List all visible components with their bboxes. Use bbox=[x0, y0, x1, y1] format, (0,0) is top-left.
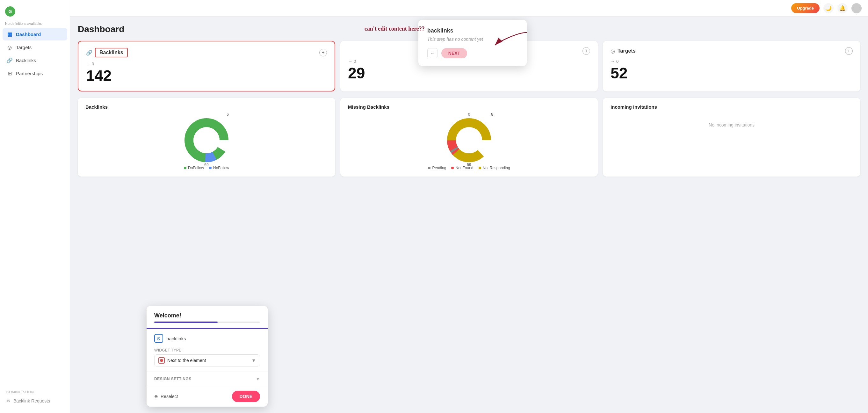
nofollow-dot bbox=[209, 167, 212, 169]
backlinks-donut-container: 6 69 DoFollow NoFollow bbox=[85, 115, 328, 170]
reselect-label: Reselect bbox=[161, 394, 178, 399]
reselect-button[interactable]: ⊕ Reselect bbox=[154, 394, 178, 399]
backlinks-chart-title: Backlinks bbox=[85, 104, 328, 109]
targets-stat-title: Targets bbox=[618, 48, 636, 54]
partnerships-icon: ⊞ bbox=[6, 70, 13, 76]
backlinks-chart-card: Backlinks 6 69 bbox=[78, 98, 335, 177]
incoming-invitations-card: Incoming Invitations No incoming invitat… bbox=[603, 98, 860, 177]
done-button[interactable]: DONE bbox=[232, 391, 260, 402]
widget-config-icon: ⊙ bbox=[154, 334, 163, 343]
sidebar-item-backlinks[interactable]: 🔗 Backlinks bbox=[3, 54, 67, 67]
legend-not-responding: Not Responding bbox=[478, 166, 510, 170]
legend-pending: Pending bbox=[428, 166, 446, 170]
change-value-2: 0 bbox=[354, 59, 356, 64]
missing-backlinks-chart-card: Missing Backlinks 0 bbox=[340, 98, 598, 177]
backlinks-number: 142 bbox=[86, 68, 327, 85]
widget-type-label: Widget type bbox=[154, 348, 260, 352]
backlinks-change: → 0 bbox=[86, 61, 327, 66]
legend-dofollow: DoFollow bbox=[184, 166, 204, 170]
widget-name-row: ⊙ backlinks bbox=[154, 334, 260, 343]
add-stat2-button[interactable]: + bbox=[583, 47, 590, 55]
link-icon: 🔗 bbox=[86, 50, 92, 56]
widget-type-text: Next to the element bbox=[167, 358, 206, 363]
widget-type-select[interactable]: Next to the element ▼ bbox=[154, 354, 260, 367]
tooltip-nav: ← NEXT bbox=[427, 48, 518, 58]
widget-type-icon bbox=[158, 357, 165, 363]
tooltip-next-button[interactable]: NEXT bbox=[441, 48, 467, 58]
targets-stat-icon: ◎ bbox=[611, 48, 615, 54]
change-arrow: → bbox=[86, 61, 91, 66]
incoming-invitations-title: Incoming Invitations bbox=[611, 104, 853, 109]
change-arrow-3: → bbox=[611, 59, 615, 64]
not-found-dot bbox=[451, 167, 454, 169]
backlink-requests-icon: ✉ bbox=[6, 398, 10, 404]
sidebar-item-label: Dashboard bbox=[16, 32, 41, 37]
welcome-progress-fill bbox=[154, 322, 218, 323]
sidebar-item-dashboard[interactable]: ▦ Dashboard bbox=[3, 28, 67, 40]
nofollow-label: NoFollow bbox=[213, 166, 229, 170]
sidebar-item-partnerships[interactable]: ⊞ Partnerships bbox=[3, 67, 67, 80]
missing-donut-container: 0 8 59 Pending Not Found bbox=[348, 115, 590, 170]
change-arrow-2: → bbox=[348, 59, 352, 64]
logo-icon: G bbox=[5, 6, 15, 17]
targets-change: → 0 bbox=[611, 59, 853, 64]
welcome-footer: ⊕ Reselect DONE bbox=[147, 386, 268, 407]
charts-row: Backlinks 6 69 bbox=[78, 98, 860, 177]
user-avatar[interactable] bbox=[851, 3, 862, 13]
change-value: 0 bbox=[92, 62, 94, 66]
missing-label-top-left: 0 bbox=[468, 112, 470, 117]
design-settings-label: DESIGN SETTINGS bbox=[154, 377, 191, 381]
backlink-requests-item[interactable]: ✉ Backlink Requests bbox=[0, 395, 70, 407]
welcome-title: Welcome! bbox=[154, 312, 260, 319]
missing-backlinks-title: Missing Backlinks bbox=[348, 104, 590, 109]
no-definitions-label: No definitions available. bbox=[0, 22, 70, 28]
dark-mode-toggle[interactable]: 🌙 bbox=[824, 3, 834, 13]
change-value-3: 0 bbox=[616, 59, 619, 64]
targets-icon: ◎ bbox=[6, 44, 13, 50]
welcome-panel: Welcome! ⊙ backlinks Widget type Nex bbox=[147, 306, 268, 407]
stat-title-row: 🔗 Backlinks bbox=[86, 48, 128, 57]
donut-label-bottom: 69 bbox=[204, 162, 208, 167]
sidebar-item-label: Targets bbox=[16, 44, 32, 50]
coming-soon-label: COMING SOON bbox=[0, 387, 70, 395]
missing-donut-chart bbox=[443, 115, 495, 166]
design-settings-row[interactable]: DESIGN SETTINGS ▼ bbox=[147, 372, 268, 386]
pending-dot bbox=[428, 167, 431, 169]
stat-card-targets: ◎ Targets + → 0 52 bbox=[603, 41, 860, 91]
backlinks-icon: 🔗 bbox=[6, 57, 13, 63]
donut-label-top-right: 6 bbox=[226, 112, 229, 117]
sidebar-item-targets[interactable]: ◎ Targets bbox=[3, 41, 67, 54]
sidebar-nav: ▦ Dashboard ◎ Targets 🔗 Backlinks ⊞ Part… bbox=[0, 28, 70, 80]
widget-type-icon-inner bbox=[160, 359, 163, 362]
sidebar: G No definitions available. ▦ Dashboard … bbox=[0, 0, 70, 413]
notifications-icon[interactable]: 🔔 bbox=[837, 3, 847, 13]
stat2-number: 29 bbox=[348, 65, 590, 82]
sidebar-item-label: Backlinks bbox=[16, 58, 36, 63]
stat-title-row-targets: ◎ Targets bbox=[611, 48, 636, 54]
main-content: Upgrade 🌙 🔔 Dashboard 🔗 Backlinks + → 0 bbox=[70, 0, 868, 413]
topbar: Upgrade 🌙 🔔 bbox=[70, 0, 868, 17]
backlink-requests-label: Backlink Requests bbox=[13, 398, 50, 404]
add-backlinks-button[interactable]: + bbox=[319, 49, 327, 56]
svg-point-6 bbox=[456, 127, 482, 153]
widget-name-label: backlinks bbox=[166, 336, 186, 341]
stat-header: 🔗 Backlinks + bbox=[86, 48, 327, 57]
backlinks-donut-chart bbox=[181, 115, 232, 166]
not-responding-label: Not Responding bbox=[483, 166, 510, 170]
stat-card-backlinks: 🔗 Backlinks + → 0 142 bbox=[78, 41, 335, 91]
missing-label-bottom: 59 bbox=[467, 162, 471, 167]
chevron-down-icon: ▼ bbox=[251, 358, 256, 363]
stat-header-targets: ◎ Targets + bbox=[611, 47, 853, 55]
widget-config: ⊙ backlinks Widget type Next to the elem… bbox=[147, 329, 268, 372]
cant-edit-annotation: can't edit content here?? bbox=[365, 26, 425, 32]
design-settings-chevron-icon: ▼ bbox=[255, 376, 260, 381]
reselect-icon: ⊕ bbox=[154, 394, 158, 399]
missing-label-top-right: 8 bbox=[491, 112, 493, 117]
welcome-header: Welcome! bbox=[147, 306, 268, 329]
dashboard-icon: ▦ bbox=[6, 31, 13, 37]
backlinks-stat-title: Backlinks bbox=[95, 48, 128, 57]
add-targets-button[interactable]: + bbox=[845, 47, 853, 55]
widget-type-left: Next to the element bbox=[158, 357, 206, 363]
tooltip-back-button[interactable]: ← bbox=[427, 48, 437, 58]
upgrade-button[interactable]: Upgrade bbox=[791, 3, 819, 13]
